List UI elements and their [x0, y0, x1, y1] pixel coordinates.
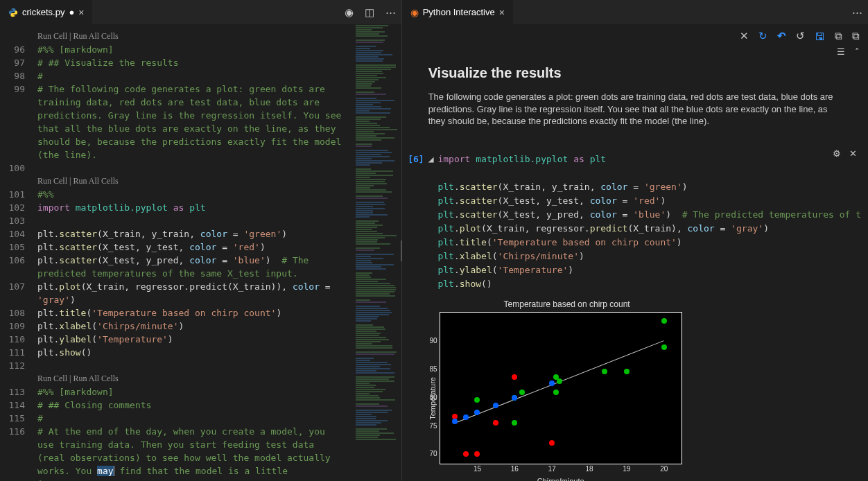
data-point [474, 410, 480, 415]
chart-output: Temperature based on chirp count Tempera… [428, 299, 706, 481]
chart-title: Temperature based on chirp count [428, 299, 706, 309]
data-point [549, 440, 555, 446]
editor-pane: crickets.py ● × ◉̵ ◫ ⋯ 96979899 100 1011… [0, 0, 402, 481]
tab-crickets-py[interactable]: crickets.py ● × [0, 0, 93, 24]
data-point [474, 451, 480, 457]
tab-dirty-indicator: ● [69, 7, 74, 17]
data-point [549, 381, 555, 386]
save-icon[interactable]: 🖫 [815, 30, 825, 42]
tab-close-icon[interactable]: × [78, 7, 84, 18]
codelens[interactable]: Run Cell | Run All Cells [37, 30, 346, 43]
execution-count: [6] [405, 152, 424, 166]
data-point [474, 397, 480, 403]
interactive-tabbar: ◉ Python Interactive × ⋯ [402, 0, 868, 24]
split-editor-icon[interactable]: ◫ [365, 6, 374, 19]
data-point [512, 420, 517, 426]
editor-actions: ◉̵ ◫ ⋯ [345, 6, 396, 19]
minimap[interactable] [353, 24, 401, 481]
cell-markdown-desc: The following code generates a plot: gre… [428, 91, 837, 128]
data-point [553, 374, 559, 380]
code-area[interactable]: Run Cell | Run All Cells#%% [markdown]# … [37, 24, 401, 481]
editor-tabbar: crickets.py ● × ◉̵ ◫ ⋯ [0, 0, 401, 24]
data-point [452, 419, 458, 424]
interactive-toolbar: ✕ ↻ ↶ ↺ 🖫 ⧉ ⧉ [402, 24, 868, 45]
line-gutter: 96979899 100 101102103104105106 107 1081… [0, 24, 37, 481]
more-actions-icon[interactable]: ⋯ [852, 6, 862, 19]
data-point [624, 369, 630, 374]
jupyter-icon: ◉ [410, 7, 419, 18]
cell-code[interactable]: import matplotlib.pyplot as plt plt.scat… [437, 152, 861, 291]
code-cell: ⚙ ✕ [6] ◢ import matplotlib.pyplot as pl… [428, 152, 861, 481]
undo-icon[interactable]: ↶ [777, 30, 786, 42]
data-point [519, 390, 525, 395]
collapse-all-icon[interactable]: ⧉ [852, 30, 860, 42]
cell-settings-icon[interactable]: ⚙ [833, 148, 841, 159]
tab-python-interactive[interactable]: ◉ Python Interactive × [402, 0, 514, 24]
chart-plot-area: 7075808590 151617181920 [440, 312, 682, 464]
codelens[interactable]: Run Cell | Run All Cells [37, 372, 346, 385]
python-icon [8, 8, 18, 17]
settings-lines-icon[interactable]: ☰ [837, 46, 845, 57]
cell-markdown-title: Visualize the results [428, 65, 861, 81]
data-point [661, 344, 667, 350]
data-point [553, 390, 559, 395]
data-point [512, 395, 517, 401]
cell-collapse-icon[interactable]: ◢ [428, 152, 434, 166]
data-point [602, 369, 607, 374]
data-point [463, 414, 469, 420]
data-point [463, 451, 469, 457]
cancel-icon[interactable]: ✕ [740, 30, 749, 42]
expand-all-icon[interactable]: ⧉ [835, 30, 842, 42]
tab-filename: crickets.py [22, 7, 64, 17]
interactive-pane: ◉ Python Interactive × ⋯ ✕ ↻ ↶ ↺ 🖫 ⧉ ⧉ ☰… [402, 0, 868, 481]
cell-close-icon[interactable]: ✕ [849, 148, 857, 159]
interrupt-icon[interactable]: ↺ [796, 30, 805, 42]
editor-body[interactable]: 96979899 100 101102103104105106 107 1081… [0, 24, 401, 481]
restart-icon[interactable]: ↻ [758, 30, 767, 42]
codelens[interactable]: Run Cell | Run All Cells [37, 175, 346, 188]
data-point [493, 420, 498, 426]
chart-xlabel: Chirps/minute [440, 477, 682, 481]
run-above-icon[interactable]: ◉̵ [345, 6, 354, 19]
interactive-tab-close-icon[interactable]: × [499, 7, 505, 18]
chevron-up-icon[interactable]: ˄ [855, 46, 860, 57]
interactive-body: Visualize the results The following code… [402, 57, 868, 481]
data-point [512, 374, 517, 380]
interactive-tab-title: Python Interactive [423, 7, 495, 17]
more-actions-icon[interactable]: ⋯ [385, 6, 396, 19]
data-point [493, 403, 498, 408]
data-point [661, 318, 667, 324]
